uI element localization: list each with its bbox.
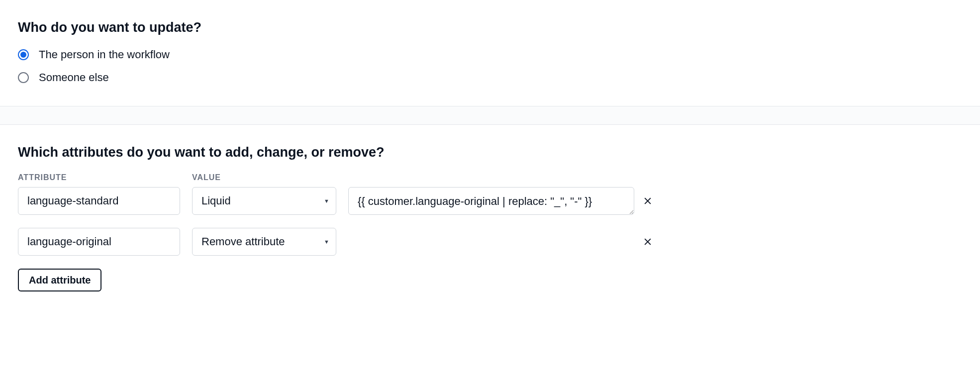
select-label: Liquid <box>201 194 231 207</box>
section-divider <box>0 106 980 125</box>
value-type-select[interactable]: Liquid ▼ <box>192 187 336 215</box>
select-label: Remove attribute <box>201 235 285 248</box>
who-radio-someone-else[interactable]: Someone else <box>18 71 962 84</box>
close-icon <box>643 236 653 248</box>
remove-row-button[interactable] <box>640 234 656 250</box>
liquid-value-input[interactable] <box>348 187 634 215</box>
attrs-section: Which attributes do you want to add, cha… <box>0 125 980 313</box>
col-header-attribute: Attribute <box>18 173 192 182</box>
attribute-name-input[interactable] <box>18 228 180 256</box>
who-section: Who do you want to update? The person in… <box>0 0 980 106</box>
attr-row: Liquid ▼ <box>18 187 962 215</box>
radio-label: Someone else <box>39 71 109 84</box>
attrs-title: Which attributes do you want to add, cha… <box>18 145 962 160</box>
radio-label: The person in the workflow <box>39 48 170 61</box>
who-radio-person-in-workflow[interactable]: The person in the workflow <box>18 48 962 61</box>
attr-rows: Liquid ▼ Remove attribute ▼ <box>18 187 962 256</box>
attribute-name-input[interactable] <box>18 187 180 215</box>
column-headers: Attribute Value <box>18 173 962 182</box>
who-radio-group: The person in the workflow Someone else <box>18 48 962 84</box>
remove-row-button[interactable] <box>640 193 656 209</box>
value-type-select[interactable]: Remove attribute ▼ <box>192 228 336 256</box>
col-header-value: Value <box>192 173 221 182</box>
add-attribute-button[interactable]: Add attribute <box>18 269 101 291</box>
radio-icon <box>18 49 29 60</box>
close-icon <box>643 195 653 207</box>
attr-row: Remove attribute ▼ <box>18 228 962 256</box>
who-title: Who do you want to update? <box>18 20 962 35</box>
radio-icon <box>18 72 29 83</box>
